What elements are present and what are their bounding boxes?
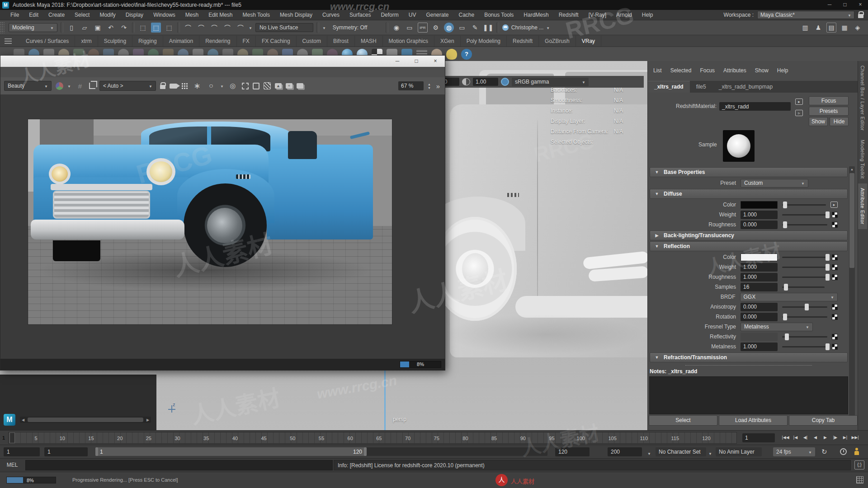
- maximize-button[interactable]: □: [837, 0, 853, 10]
- scrollbar-thumb[interactable]: [849, 173, 854, 268]
- dock-tab-attribute-editor[interactable]: Attribute Editor: [858, 183, 867, 229]
- render-view-titlebar[interactable]: ─ □ ×: [0, 56, 445, 67]
- modeling-toolkit-toggle-icon[interactable]: ▥: [800, 23, 810, 33]
- material-name-field[interactable]: _xltrs_radd: [719, 102, 791, 111]
- diffuse-color-swatch[interactable]: [741, 201, 778, 209]
- shelf-tab[interactable]: Animation: [163, 36, 199, 47]
- ae-menu-item[interactable]: Help: [774, 67, 794, 74]
- texture-map-icon[interactable]: [832, 304, 838, 310]
- rotation-field[interactable]: 0.000: [741, 313, 778, 321]
- maximize-button[interactable]: □: [407, 56, 426, 67]
- snap-projected-center-icon[interactable]: ⌒: [222, 23, 232, 33]
- menu-item[interactable]: Mesh: [180, 10, 203, 20]
- section-backlighting[interactable]: ▶ Back-lighting/Translucency: [650, 230, 848, 240]
- lock-icon[interactable]: [160, 85, 165, 89]
- time-slider-track[interactable]: 1 51015202530354045505560657075808590951…: [8, 432, 737, 444]
- shelf-tab[interactable]: FX: [237, 36, 256, 47]
- scroll-right-icon[interactable]: ▶: [145, 418, 151, 422]
- tool-settings-toggle-icon[interactable]: ▦: [840, 23, 849, 33]
- anim-layer-dropdown[interactable]: No Anim Layer: [716, 447, 762, 456]
- render-settings-icon[interactable]: ⚙: [431, 23, 441, 33]
- shelf-tab[interactable]: Bifrost: [327, 36, 355, 47]
- menu-item[interactable]: [V-Ray]: [584, 10, 611, 20]
- current-frame-marker[interactable]: [9, 432, 15, 443]
- diffuse-color-slider[interactable]: [782, 204, 826, 206]
- paint-effects-icon[interactable]: ✎: [470, 23, 480, 33]
- redo-icon[interactable]: ↷: [119, 23, 129, 33]
- anisotropy-field[interactable]: 0.000: [741, 303, 778, 311]
- menu-item[interactable]: Display: [121, 10, 148, 20]
- reflectivity-slider[interactable]: [782, 336, 827, 338]
- new-scene-icon[interactable]: ▯: [66, 23, 76, 33]
- reflection-color-slider[interactable]: [782, 257, 827, 258]
- menu-item[interactable]: Windows: [148, 10, 180, 20]
- range-slider-track[interactable]: 1 120: [95, 447, 547, 456]
- chevron-down-icon[interactable]: [708, 450, 712, 456]
- close-button[interactable]: ×: [426, 56, 445, 67]
- bucket-grid-icon[interactable]: [181, 83, 188, 89]
- workspace-dropdown[interactable]: Maya Classic*: [757, 11, 854, 19]
- shelf-tab[interactable]: XGen: [434, 36, 461, 47]
- dock-tab-channel-box[interactable]: Channel Box / Layer Editor: [858, 61, 867, 135]
- render-view-icon[interactable]: ◉: [392, 23, 401, 33]
- snap-curve-icon[interactable]: ⌒: [196, 23, 206, 33]
- ae-menu-item[interactable]: Selected: [668, 67, 698, 74]
- pause-icon[interactable]: ❚❚: [483, 23, 493, 33]
- shelf-tab[interactable]: Rendering: [199, 36, 236, 47]
- snap-grid-icon[interactable]: ⌒: [183, 23, 193, 33]
- separator[interactable]: [132, 22, 135, 33]
- menu-item[interactable]: Modify: [94, 10, 120, 20]
- view-transform-dropdown[interactable]: sRGB gamma: [512, 78, 589, 86]
- playback-start-field[interactable]: 1: [44, 447, 88, 456]
- menu-item[interactable]: Arnold: [611, 10, 637, 20]
- chevron-down-icon[interactable]: [67, 83, 71, 89]
- horizontal-scrollbar[interactable]: ◀ ▶: [20, 417, 151, 423]
- add-image-icon[interactable]: +: [286, 83, 292, 89]
- render-camera-icon[interactable]: [170, 84, 177, 89]
- account-menu[interactable]: Christophe ...: [502, 24, 550, 31]
- preset-dropdown[interactable]: Custom: [741, 179, 808, 188]
- ae-menu-item[interactable]: Attributes: [721, 67, 752, 74]
- diffuse-roughness-slider[interactable]: [782, 224, 827, 225]
- menu-item[interactable]: Mesh Display: [275, 10, 317, 20]
- chevron-down-icon[interactable]: [647, 450, 651, 456]
- reflection-weight-slider[interactable]: [782, 267, 827, 268]
- samples-field[interactable]: 16: [741, 283, 778, 291]
- channel-box-toggle-icon[interactable]: ◈: [853, 23, 863, 33]
- snowflake-icon[interactable]: ∗: [192, 81, 202, 91]
- fps-dropdown[interactable]: 24 fps: [773, 447, 815, 456]
- ae-tab-material[interactable]: _xltrs_radd: [648, 81, 690, 93]
- select-component-icon[interactable]: ⬚: [164, 23, 174, 33]
- ae-tab-file[interactable]: file5: [690, 81, 712, 93]
- section-reflection[interactable]: ▼ Reflection: [650, 241, 848, 251]
- section-diffuse[interactable]: ▼ Diffuse: [650, 189, 848, 199]
- playback-button[interactable]: ◀|: [801, 432, 810, 442]
- minimize-button[interactable]: ─: [822, 0, 837, 10]
- range-slider-range[interactable]: 1 120: [95, 447, 367, 456]
- shelf-menu-icon[interactable]: [5, 38, 12, 44]
- select-hierarchy-icon[interactable]: ⬚: [138, 23, 148, 33]
- texture-map-icon[interactable]: [832, 274, 838, 280]
- scrollbar-thumb[interactable]: [28, 418, 143, 422]
- zoom-percent-field[interactable]: 67 %: [398, 81, 424, 90]
- attribute-editor-toggle-icon[interactable]: ▤: [826, 23, 836, 33]
- anisotropy-slider[interactable]: [782, 306, 827, 308]
- command-input-field[interactable]: [25, 460, 333, 470]
- ae-scrollbar[interactable]: ▲ ▼: [849, 166, 855, 419]
- dock-tab-modeling-toolkit[interactable]: Modeling Toolkit: [858, 135, 867, 183]
- lock-icon[interactable]: [858, 14, 863, 18]
- snap-view-plane-icon[interactable]: ⌒: [236, 23, 245, 33]
- reflection-color-swatch[interactable]: [741, 253, 778, 261]
- auto-keyframe-icon[interactable]: [854, 448, 860, 455]
- menu-item[interactable]: UV: [404, 10, 421, 20]
- undo-icon[interactable]: ↶: [106, 23, 116, 33]
- shelf-tab[interactable]: Rigging: [132, 36, 163, 47]
- focus-button[interactable]: Focus: [809, 96, 849, 105]
- separator[interactable]: [496, 22, 499, 33]
- shelf-help-icon[interactable]: ?: [461, 49, 472, 60]
- region-circle-icon[interactable]: ○: [206, 82, 216, 90]
- diffuse-roughness-field[interactable]: 0.000: [741, 221, 778, 229]
- menu-item[interactable]: Generate: [421, 10, 453, 20]
- shelf-tab[interactable]: Custom: [297, 36, 327, 47]
- metalness-field[interactable]: 1.000: [741, 343, 778, 351]
